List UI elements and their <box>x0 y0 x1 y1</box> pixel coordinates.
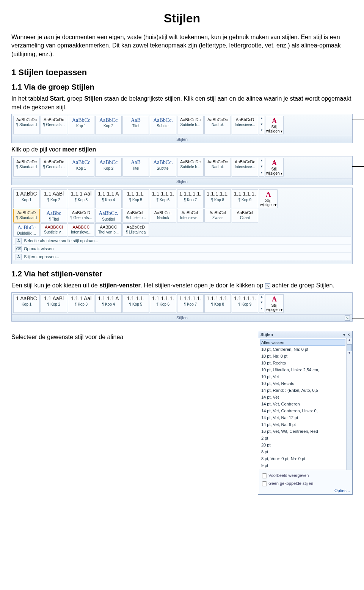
styles-pane-item[interactable]: 20 pt <box>260 442 345 448</box>
gallery-menu-item[interactable]: ⌫Opmaak wissen <box>13 245 351 252</box>
style-gallery-item[interactable]: 1.1.1.1.1.¶ Kop 6 <box>150 189 176 208</box>
gallery-scroll[interactable]: ▲▼▾ <box>259 158 264 177</box>
styles-pane-item[interactable]: 14 pt, Vet, Centreren <box>260 401 345 407</box>
styles-pane-item[interactable]: 14 pt, Vet, Na: 12 pt <box>260 414 345 421</box>
styles-pane-item[interactable]: 10 pt, Centreren, Na: 0 pt <box>260 346 345 353</box>
style-gallery-item[interactable]: AaBbCcD¶ Geen afs... <box>68 209 94 222</box>
gallery-menu-item[interactable]: ASelectie als nieuwe snelle stijl opslaa… <box>13 237 351 245</box>
style-gallery-item[interactable]: AaBbCcD¶ Standaard <box>13 209 40 222</box>
style-gallery-item[interactable]: AABBCClSubtiele v... <box>41 223 67 237</box>
styles-pane-item[interactable]: 8 pt, Voor: 0 pt, Na: 0 pt <box>260 455 345 462</box>
style-gallery-item[interactable]: AaBbCcDcNadruk <box>204 116 231 134</box>
styles-pane-item[interactable]: 8 pt <box>260 448 345 455</box>
style-gallery-item[interactable]: AaBTitel <box>122 116 149 134</box>
styles-pane-item[interactable]: 10 pt, Uitvullen, Links: 2,54 cm, <box>260 366 345 373</box>
style-gallery-item[interactable]: AaBbCcLNadruk <box>150 209 176 222</box>
style-gallery-item[interactable]: 1 AaBbCKop 1 <box>13 189 40 208</box>
styles-pane-item[interactable]: 9 pt <box>260 462 345 469</box>
dropdown-icon[interactable]: ▾ <box>343 332 345 337</box>
style-gallery-item[interactable]: AaBbCclZwaar <box>204 209 231 222</box>
styles-pane-title: Stijlen × ▾ <box>258 331 352 338</box>
style-gallery-item[interactable]: AaBbCcDc¶ Standaard <box>13 116 40 134</box>
preview-checkbox[interactable]: Voorbeeld weergeven <box>260 472 350 480</box>
style-gallery-item[interactable]: AaBbCcDcIntensieve... <box>232 158 258 177</box>
styles-pane-item[interactable]: 14 pt, Vet, Na: 6 pt <box>260 421 345 428</box>
linked-styles-checkbox[interactable]: Geen gekoppelde stijlen <box>260 480 350 487</box>
styles-pane-item[interactable]: 14 pt, Vet, Centreren, Links: 0, <box>260 407 345 414</box>
style-gallery-item[interactable]: AaBbCcKop 2 <box>95 116 122 134</box>
style-gallery-item[interactable]: AaBbCcDcNadruk <box>204 158 231 177</box>
style-gallery-item[interactable]: AaBbCcLSubtiele b... <box>122 209 149 222</box>
styles-pane-item[interactable]: Alles wissen <box>260 339 345 346</box>
change-style-button[interactable]: AStijlwijzigen ▾ <box>265 116 284 134</box>
style-gallery-item[interactable]: AaBbCcLIntensieve... <box>177 209 204 222</box>
style-gallery-item[interactable]: 1.1.1.1.1.¶ Kop 9 <box>232 294 258 313</box>
style-gallery-item[interactable]: AaBbCcDIntensieve... <box>232 116 258 134</box>
pointer-arrow <box>352 166 364 167</box>
styles-pane-item[interactable]: 10 pt, Na: 0 pt <box>260 353 345 360</box>
style-gallery-item[interactable]: AaBbCcKop 2 <box>95 158 122 177</box>
style-gallery-item[interactable]: AaBbCcD¶ Lijstalinea <box>122 223 149 237</box>
group-label-stijlen: Stijlen ↘ <box>12 314 352 321</box>
pointer-arrow <box>352 319 364 319</box>
style-gallery-item[interactable]: 1.1.1.1.1.¶ Kop 7 <box>177 294 204 313</box>
scroll-down-icon[interactable]: ▼ <box>347 351 352 357</box>
style-gallery-item[interactable]: 1.1.1.1.1.¶ Kop 6 <box>150 294 176 313</box>
style-gallery-item[interactable]: AaBbCclCitaat <box>232 209 258 222</box>
style-gallery-item[interactable]: AaBbCcDc¶ Standaard <box>13 158 40 177</box>
style-gallery-item[interactable]: 1.1.1 Aal¶ Kop 3 <box>68 189 94 208</box>
styles-pane-item[interactable]: 14 pt, Vet <box>260 394 345 401</box>
style-gallery-item[interactable]: AaBbCcDcSubtiele b... <box>177 116 204 134</box>
style-gallery-item[interactable]: 1.1 AaBl¶ Kop 2 <box>41 189 67 208</box>
style-gallery-item[interactable]: AABBCCIntensieve... <box>68 223 94 237</box>
style-gallery-item[interactable]: AaBbCcDuidelijk ... <box>13 223 40 237</box>
style-gallery-item[interactable]: 1 AaBbCKop 1 <box>13 294 40 313</box>
paragraph-select-style: Selecteer de gewenste stijl voor de alin… <box>11 333 163 341</box>
styles-pane-item[interactable]: 2 pt <box>260 435 345 442</box>
styles-ribbon-2: AaBbCcDc¶ StandaardAaBbCcDc¶ Geen afs...… <box>11 156 353 185</box>
heading-1: 1 Stijlen toepassen <box>11 68 353 77</box>
style-gallery-item[interactable]: AaBbCcKop 1 <box>68 158 94 177</box>
style-gallery-item[interactable]: AaBbCc.Subtitel <box>150 158 176 177</box>
style-gallery-item[interactable]: 1.1.1.1.1.¶ Kop 7 <box>177 189 204 208</box>
change-style-button[interactable]: AStijlwijzigen ▾ <box>265 158 284 177</box>
style-gallery-item[interactable]: AaBbc¶ Titel <box>41 209 67 222</box>
gallery-menu-item[interactable]: AStijlen toepassen... <box>13 252 351 260</box>
styles-pane-item[interactable]: 14 pt, Rand: : (Enkel, Auto, 0,5 <box>260 387 345 394</box>
styles-pane-item[interactable]: 10 pt, Vet <box>260 373 345 380</box>
style-gallery-item[interactable]: AaBbCcDc¶ Geen afs... <box>41 158 67 177</box>
style-gallery-item[interactable]: 1.1.1.1.1.¶ Kop 8 <box>204 294 231 313</box>
style-gallery-item[interactable]: AaBbCc.Subtitel <box>95 209 122 222</box>
style-gallery-item[interactable]: AaBTitel <box>122 158 149 177</box>
dialog-launcher-button[interactable]: ↘ <box>345 316 350 321</box>
style-gallery-item[interactable]: 1.1.1.1 A¶ Kop 4 <box>95 189 122 208</box>
scroll-up-icon[interactable]: ▲ <box>347 338 352 344</box>
scroll-thumb[interactable] <box>347 344 352 351</box>
paragraph-more-styles: Klik op de pijl voor meer stijlen <box>11 145 353 154</box>
style-gallery-item[interactable]: AABBCCTitel van b... <box>95 223 122 237</box>
gallery-scroll[interactable]: ▲▼▾ <box>259 294 264 313</box>
close-icon[interactable]: × <box>348 332 350 337</box>
style-gallery-item[interactable]: 1.1.1.1.1.¶ Kop 9 <box>232 189 258 208</box>
style-gallery-item[interactable]: 1.1.1.1 A¶ Kop 4 <box>95 294 122 313</box>
style-gallery-item[interactable]: AaBbCcDc¶ Geen afs... <box>41 116 67 134</box>
change-style-button[interactable]: AStijlwijzigen ▾ <box>259 189 278 208</box>
gallery-scroll[interactable]: ▲▼▾ <box>259 116 264 134</box>
style-gallery-item[interactable]: 1.1.1.1.¶ Kop 5 <box>122 294 149 313</box>
page-title: Stijlen <box>11 11 353 25</box>
options-link[interactable]: Opties... <box>334 488 350 493</box>
styles-pane-item[interactable]: 10 pt, Vet, Rechts <box>260 380 345 387</box>
pointer-arrow <box>352 120 364 120</box>
change-style-button[interactable]: AStijlwijzigen ▾ <box>265 294 284 313</box>
style-gallery-item[interactable]: AaBbCcDcSubtiele b... <box>177 158 204 177</box>
styles-pane-item[interactable]: 16 pt, Vet, Wit, Centreren, Red <box>260 428 345 435</box>
scrollbar[interactable]: ▲ ▼ <box>346 338 352 470</box>
style-gallery-item[interactable]: AaBbCcKop 1 <box>68 116 94 134</box>
style-gallery-item[interactable]: 1.1.1.1.¶ Kop 5 <box>122 189 149 208</box>
style-gallery-item[interactable]: AaBbCc.Subtitel <box>150 116 176 134</box>
paragraph-1-2: Een stijl kun je ook kiezen uit de stijl… <box>11 281 353 290</box>
style-gallery-item[interactable]: 1.1 AaBl¶ Kop 2 <box>41 294 67 313</box>
styles-pane-item[interactable]: 10 pt, Rechts <box>260 360 345 366</box>
style-gallery-item[interactable]: 1.1.1.1.1.¶ Kop 8 <box>204 189 231 208</box>
style-gallery-item[interactable]: 1.1.1 Aal¶ Kop 3 <box>68 294 94 313</box>
